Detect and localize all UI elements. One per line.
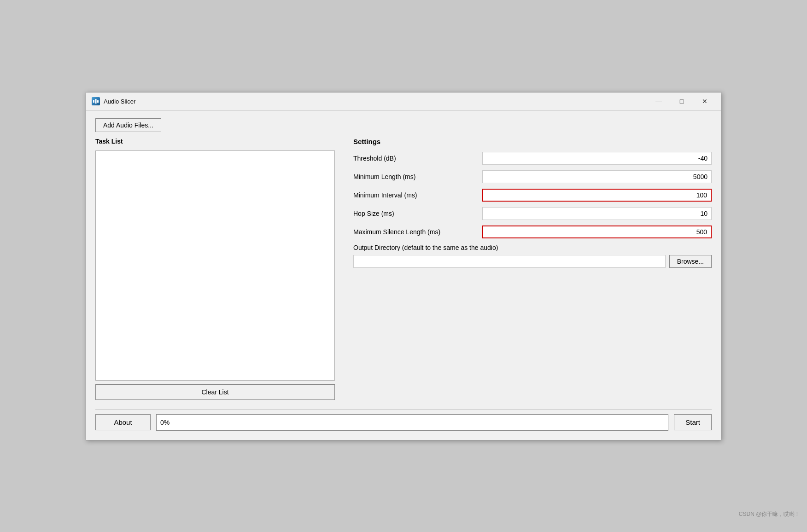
svg-rect-1 [95, 99, 97, 104]
add-audio-files-button[interactable]: Add Audio Files... [95, 118, 161, 132]
output-dir-row: Browse... [353, 255, 712, 268]
minimize-button[interactable]: — [648, 95, 669, 108]
hop-size-input[interactable] [482, 207, 712, 220]
progress-bar-container: 0% [156, 414, 668, 431]
output-dir-label: Output Directory (default to the same as… [353, 244, 712, 251]
window-title: Audio Slicer [104, 98, 648, 105]
min-length-input[interactable] [482, 170, 712, 183]
setting-row-threshold: Threshold (dB) [353, 152, 712, 165]
progress-text: 0% [160, 419, 170, 426]
setting-name-hop-size: Hop Size (ms) [353, 210, 482, 217]
setting-name-max-silence: Maximum Silence Length (ms) [353, 228, 482, 236]
watermark: CSDN @你干嘛，哎哟 ! [739, 510, 798, 518]
content-area: Add Audio Files... Task List Clear List … [86, 111, 721, 440]
main-area: Task List Clear List Settings Threshold … [95, 138, 712, 400]
top-bar: Add Audio Files... [95, 118, 712, 132]
window-controls: — □ ✕ [648, 95, 715, 108]
right-panel: Settings Threshold (dB) Minimum Length (… [353, 138, 712, 400]
settings-grid: Threshold (dB) Minimum Length (ms) Minim… [353, 152, 712, 244]
threshold-input[interactable] [482, 152, 712, 165]
svg-rect-2 [97, 100, 99, 103]
task-list [95, 150, 335, 381]
start-button[interactable]: Start [674, 414, 712, 430]
title-bar: Audio Slicer — □ ✕ [86, 93, 721, 111]
browse-button[interactable]: Browse... [669, 255, 712, 268]
left-panel: Task List Clear List [95, 138, 335, 400]
setting-row-hop-size: Hop Size (ms) [353, 207, 712, 220]
bottom-bar: About 0% Start [95, 409, 712, 433]
app-icon [92, 97, 100, 105]
setting-name-min-interval: Minimum Interval (ms) [353, 191, 482, 199]
setting-name-threshold: Threshold (dB) [353, 155, 482, 162]
setting-row-min-length: Minimum Length (ms) [353, 170, 712, 183]
output-dir-input[interactable] [353, 255, 666, 268]
max-silence-input[interactable] [482, 226, 712, 238]
clear-list-button[interactable]: Clear List [95, 384, 335, 400]
settings-label: Settings [353, 138, 712, 145]
about-button[interactable]: About [95, 414, 151, 430]
svg-rect-0 [93, 100, 94, 103]
setting-row-min-interval: Minimum Interval (ms) [353, 189, 712, 202]
main-window: Audio Slicer — □ ✕ Add Audio Files... Ta… [86, 92, 721, 440]
setting-name-min-length: Minimum Length (ms) [353, 173, 482, 180]
min-interval-input[interactable] [482, 189, 712, 202]
maximize-button[interactable]: □ [671, 95, 692, 108]
close-button[interactable]: ✕ [694, 95, 715, 108]
setting-row-max-silence: Maximum Silence Length (ms) [353, 226, 712, 238]
task-list-label: Task List [95, 138, 335, 145]
